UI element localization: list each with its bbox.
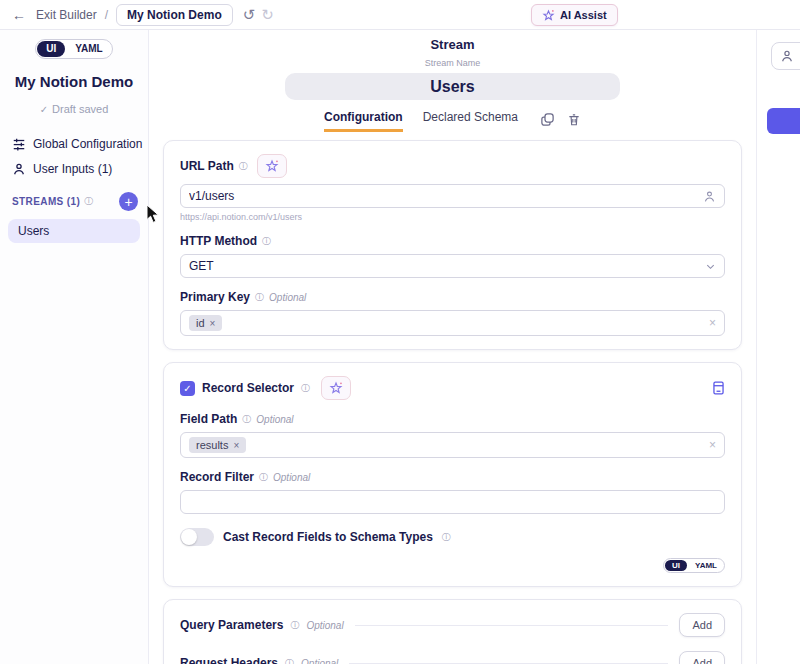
info-icon[interactable]: ⓘ bbox=[239, 162, 248, 171]
stream-name-input[interactable] bbox=[285, 73, 620, 100]
info-icon[interactable]: ⓘ bbox=[442, 533, 451, 542]
toggle-ui-option[interactable]: UI bbox=[665, 560, 687, 571]
streams-header-label: STREAMS (1) bbox=[12, 196, 80, 207]
url-path-input[interactable] bbox=[189, 189, 703, 203]
copy-icon[interactable] bbox=[540, 112, 555, 127]
primary-key-tag-input[interactable]: id × × bbox=[180, 310, 725, 336]
stream-tabs: Configuration Declared Schema bbox=[149, 110, 756, 132]
builder-sidebar: UI YAML My Notion Demo ✓Draft saved Glob… bbox=[0, 30, 148, 664]
request-parameters-card: Query Parameters ⓘ Optional Add Request … bbox=[163, 599, 742, 664]
info-icon[interactable]: ⓘ bbox=[242, 415, 251, 424]
sliders-icon bbox=[12, 137, 26, 151]
sidebar-item-user-inputs[interactable]: User Inputs (1) bbox=[12, 162, 148, 176]
sparkle-icon bbox=[542, 9, 555, 22]
http-method-select[interactable]: GET bbox=[180, 254, 725, 278]
exit-builder-link[interactable]: Exit Builder bbox=[36, 8, 97, 22]
user-icon bbox=[780, 49, 794, 63]
ai-assist-label: AI Assist bbox=[560, 9, 607, 21]
request-headers-label: Request Headers bbox=[180, 656, 278, 664]
sidebar-item-global-configuration[interactable]: Global Configuration bbox=[12, 137, 148, 151]
user-icon bbox=[12, 162, 26, 176]
request-options-card: URL Path ⓘ https://api.not bbox=[163, 140, 742, 350]
cast-record-fields-toggle[interactable] bbox=[180, 528, 214, 546]
draft-status: ✓Draft saved bbox=[0, 103, 148, 115]
stream-config-panel: Stream Stream Name Configuration Declare… bbox=[148, 30, 757, 664]
remove-tag-icon[interactable]: × bbox=[233, 440, 239, 451]
panel-title: Stream bbox=[149, 37, 756, 52]
add-stream-button[interactable]: + bbox=[119, 192, 138, 211]
testing-panel-rail bbox=[757, 30, 800, 664]
docs-panel-icon[interactable] bbox=[712, 380, 725, 396]
ai-suggest-url-path-button[interactable] bbox=[257, 154, 287, 178]
info-icon[interactable]: ⓘ bbox=[255, 293, 264, 302]
project-name-field[interactable]: My Notion Demo bbox=[116, 4, 233, 26]
record-selector-label: Record Selector bbox=[202, 381, 294, 395]
optional-hint: Optional bbox=[256, 414, 293, 425]
toggle-yaml-option[interactable]: YAML bbox=[66, 40, 111, 58]
connector-builder-app: ← Exit Builder / My Notion Demo ↺ ↻ AI A… bbox=[0, 0, 800, 664]
sparkle-icon bbox=[329, 381, 343, 395]
ui-yaml-toggle[interactable]: UI YAML bbox=[35, 39, 112, 59]
user-input-icon[interactable] bbox=[703, 190, 716, 203]
ai-suggest-record-selector-button[interactable] bbox=[321, 376, 351, 400]
info-icon[interactable]: ⓘ bbox=[285, 659, 294, 664]
record-selector-card: ✓ Record Selector ⓘ Field Path bbox=[163, 362, 742, 587]
tag-pill-id: id × bbox=[189, 315, 222, 331]
record-selector-ui-yaml-toggle[interactable]: UI YAML bbox=[663, 558, 725, 573]
clear-field-icon[interactable]: × bbox=[709, 316, 716, 330]
info-icon[interactable]: ⓘ bbox=[259, 473, 268, 482]
stream-list-item-users[interactable]: Users bbox=[8, 219, 140, 243]
field-path-tag-input[interactable]: results × × bbox=[180, 432, 725, 458]
redo-icon[interactable]: ↻ bbox=[261, 6, 274, 24]
url-path-label: URL Path bbox=[180, 159, 234, 173]
tab-declared-schema[interactable]: Declared Schema bbox=[423, 110, 518, 132]
tag-pill-results: results × bbox=[189, 437, 246, 453]
sidebar-item-label: User Inputs (1) bbox=[33, 162, 112, 176]
field-path-label: Field Path bbox=[180, 412, 237, 426]
sidebar-item-label: Global Configuration bbox=[33, 137, 142, 151]
optional-hint: Optional bbox=[306, 620, 343, 631]
chevron-down-icon bbox=[705, 261, 716, 272]
query-parameters-section: Query Parameters ⓘ Optional Add bbox=[180, 613, 725, 637]
primary-key-label: Primary Key bbox=[180, 290, 250, 304]
connector-title: My Notion Demo bbox=[0, 73, 148, 90]
topbar: ← Exit Builder / My Notion Demo ↺ ↻ AI A… bbox=[0, 0, 800, 30]
http-method-label: HTTP Method bbox=[180, 234, 257, 248]
sparkle-icon bbox=[265, 159, 279, 173]
divider bbox=[355, 625, 669, 626]
testing-values-button[interactable] bbox=[771, 42, 800, 70]
info-icon[interactable]: ⓘ bbox=[84, 197, 93, 206]
cast-record-fields-label: Cast Record Fields to Schema Types bbox=[223, 530, 433, 544]
info-icon[interactable]: ⓘ bbox=[290, 621, 299, 630]
record-filter-input[interactable] bbox=[189, 495, 716, 509]
optional-hint: Optional bbox=[301, 658, 338, 664]
optional-hint: Optional bbox=[273, 472, 310, 483]
info-icon[interactable]: ⓘ bbox=[301, 384, 310, 393]
record-selector-checkbox[interactable]: ✓ bbox=[180, 381, 195, 396]
toggle-ui-option[interactable]: UI bbox=[37, 41, 65, 57]
http-method-value: GET bbox=[189, 259, 705, 273]
undo-icon[interactable]: ↺ bbox=[243, 6, 256, 24]
divider bbox=[349, 663, 668, 664]
remove-tag-icon[interactable]: × bbox=[210, 318, 216, 329]
url-preview: https://api.notion.com/v1/users bbox=[180, 212, 725, 222]
breadcrumb-separator: / bbox=[105, 8, 108, 22]
clear-field-icon[interactable]: × bbox=[709, 438, 716, 452]
expand-panel-button[interactable] bbox=[767, 108, 800, 134]
toggle-yaml-option[interactable]: YAML bbox=[688, 559, 724, 572]
optional-hint: Optional bbox=[269, 292, 306, 303]
streams-header: STREAMS (1) ⓘ + bbox=[12, 192, 138, 211]
add-query-parameter-button[interactable]: Add bbox=[679, 613, 725, 637]
tab-configuration[interactable]: Configuration bbox=[324, 110, 403, 132]
query-parameters-label: Query Parameters bbox=[180, 618, 283, 632]
record-filter-label: Record Filter bbox=[180, 470, 254, 484]
stream-name-label: Stream Name bbox=[149, 58, 756, 68]
check-icon: ✓ bbox=[40, 104, 48, 115]
add-request-header-button[interactable]: Add bbox=[679, 651, 725, 664]
back-arrow-icon[interactable]: ← bbox=[12, 7, 26, 23]
ai-assist-button[interactable]: AI Assist bbox=[531, 4, 618, 26]
info-icon[interactable]: ⓘ bbox=[262, 237, 271, 246]
request-headers-section: Request Headers ⓘ Optional Add bbox=[180, 651, 725, 664]
trash-icon[interactable] bbox=[567, 112, 581, 127]
